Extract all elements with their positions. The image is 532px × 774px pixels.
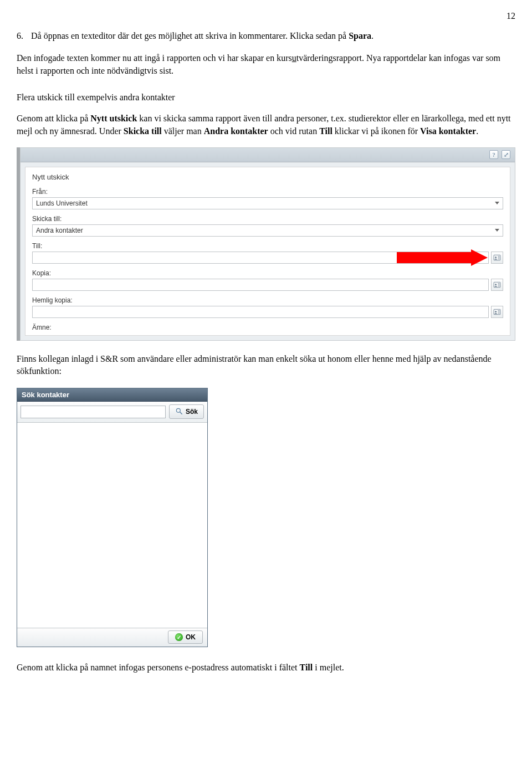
- show-contacts-button[interactable]: [491, 252, 503, 264]
- email-form-screenshot: ? ⤢ Nytt utskick Från: Lunds Universitet…: [17, 147, 515, 341]
- svg-line-17: [180, 412, 182, 414]
- search-footer: ✓ OK: [17, 628, 207, 647]
- search-contacts-title: Sök kontakter: [17, 388, 207, 402]
- bcc-input[interactable]: [32, 306, 489, 318]
- to-label: Till:: [32, 242, 503, 250]
- paragraph-1: Den infogade texten kommer nu att ingå i…: [17, 52, 515, 77]
- form-title: Nytt utskick: [32, 173, 503, 181]
- ok-button[interactable]: ✓ OK: [168, 631, 203, 644]
- search-toolbar: Sök: [17, 402, 207, 423]
- sendto-label: Skicka till:: [32, 215, 503, 223]
- cc-label: Kopia:: [32, 269, 503, 277]
- svg-point-1: [495, 257, 497, 258]
- show-contacts-button-bcc[interactable]: [491, 306, 503, 318]
- step-6-number: 6.: [17, 30, 23, 42]
- bcc-label: Hemlig kopia:: [32, 296, 503, 304]
- sendto-select[interactable]: Andra kontakter: [32, 224, 503, 237]
- check-icon: ✓: [175, 633, 183, 641]
- search-input[interactable]: [21, 406, 166, 418]
- chevron-down-icon: [495, 229, 499, 232]
- contact-card-icon: [493, 254, 501, 262]
- subject-label: Ämne:: [32, 324, 503, 331]
- step-6: 6. Då öppnas en texteditor där det ges m…: [17, 30, 515, 42]
- chevron-down-icon: [495, 202, 499, 204]
- titlebar: ? ⤢: [21, 148, 515, 162]
- help-icon[interactable]: ?: [489, 150, 498, 159]
- contact-card-icon: [493, 308, 501, 316]
- cc-input[interactable]: [32, 279, 489, 291]
- to-input[interactable]: [32, 252, 489, 264]
- expand-icon[interactable]: ⤢: [502, 150, 510, 159]
- from-select[interactable]: Lunds Universitet: [32, 197, 503, 209]
- paragraph-2: Genom att klicka på Nytt utskick kan vi …: [17, 112, 515, 137]
- paragraph-4: Genom att klicka på namnet infogas perso…: [17, 662, 515, 674]
- svg-point-7: [495, 284, 497, 285]
- section-heading: Flera utskick till exempelvis andra kont…: [17, 93, 515, 102]
- step-6-text: Då öppnas en texteditor där det ges möjl…: [31, 30, 374, 42]
- paragraph-3: Finns kollegan inlagd i S&R som användar…: [17, 353, 515, 378]
- search-contacts-dialog: Sök kontakter Sök ✓ OK: [17, 388, 208, 647]
- magnifier-icon: [175, 407, 183, 417]
- show-contacts-button-cc[interactable]: [491, 279, 503, 291]
- search-button[interactable]: Sök: [169, 404, 204, 419]
- svg-point-12: [495, 311, 497, 312]
- from-label: Från:: [32, 188, 503, 196]
- contact-card-icon: [493, 281, 501, 289]
- search-results-list[interactable]: [17, 423, 207, 628]
- page-number: 12: [17, 11, 515, 21]
